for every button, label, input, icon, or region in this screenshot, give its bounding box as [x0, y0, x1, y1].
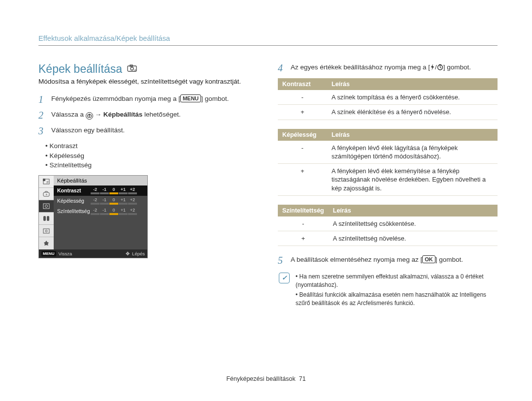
camera-row-ticks: -2-10+1+2 — [91, 208, 137, 215]
camera-menu-row: Képélesség -2-10+1+2 — [54, 196, 147, 206]
step-text: ] gombot. — [443, 63, 471, 71]
camera-menu-row: Színtelítettség -2-10+1+2 — [54, 206, 147, 216]
sidebar-icon — [39, 225, 54, 237]
sidebar-icon — [39, 213, 54, 225]
step-number: 1 — [38, 94, 48, 105]
svg-rect-6 — [89, 114, 90, 115]
svg-point-17 — [45, 230, 47, 232]
sidebar-icon — [39, 237, 54, 249]
camera-row-label: Színtelítettség — [57, 208, 91, 214]
step-5: 5 A beállítások elmentéséhez nyomja meg … — [278, 255, 498, 266]
step-text: Válasszon egy beállítást. — [51, 125, 258, 135]
th: Képélesség — [278, 129, 327, 141]
camera-menu-row: Kontraszt -2-10+1+2 — [54, 185, 147, 196]
footer-page-number: 71 — [299, 375, 306, 382]
svg-text:F: F — [47, 180, 49, 185]
camera-icon — [86, 112, 93, 120]
step-number: 5 — [278, 255, 288, 266]
ok-button-label: OK — [422, 255, 435, 263]
table-row: +A fényképen lévő élek keményítése a fén… — [278, 164, 498, 196]
breadcrumb: Effektusok alkalmazása/Képek beállítása — [38, 34, 498, 46]
table-row: +A színtelítettség növelése. — [278, 231, 498, 246]
camera-menu-footer: MENU Vissza ✥ Lépés — [39, 249, 147, 258]
svg-point-13 — [45, 205, 48, 207]
camera-row-label: Képélesség — [57, 198, 91, 204]
sidebar-icon: + — [39, 188, 54, 200]
th: Leírás — [327, 78, 498, 90]
camera-menu-title: Képbeállítás — [54, 176, 147, 185]
step-text: lehetőséget. — [142, 111, 180, 118]
step-1: 1 Fényképezés üzemmódban nyomja meg a [M… — [38, 94, 258, 105]
camera-row-label: Kontraszt — [57, 187, 91, 193]
footer-left-label: Vissza — [59, 251, 72, 256]
note-icon: ✓ — [279, 273, 290, 283]
step-text: ] gombot. — [435, 256, 463, 263]
step-number: 4 — [278, 62, 288, 73]
th: Leírás — [327, 129, 498, 141]
step-2: 2 Válassza a → Képbeállítás lehetőséget. — [38, 110, 258, 121]
step-4: 4 Az egyes értékek beállításához nyomja … — [278, 62, 498, 73]
svg-rect-14 — [43, 216, 46, 221]
sidebar-icon-selected — [39, 200, 54, 213]
page-title: Képek beállítása — [38, 62, 122, 76]
step-number: 2 — [38, 110, 48, 121]
step-text: ] gombot. — [201, 95, 229, 102]
sublist-item: Képélesség — [45, 151, 258, 161]
sharpness-table: KépélességLeírás -A fényképen lévő élek … — [278, 129, 498, 196]
step-text: Válassza a — [51, 111, 86, 118]
th: Kontraszt — [278, 78, 327, 90]
intro-text: Módosítsa a fényképek élességét, színtel… — [38, 77, 258, 86]
table-row: -A színtelítettség csökkentése. — [278, 216, 498, 231]
flash-icon — [430, 63, 435, 71]
svg-rect-16 — [43, 229, 49, 233]
svg-text:+: + — [45, 192, 48, 197]
step-number: 3 — [38, 125, 48, 136]
svg-point-5 — [89, 116, 90, 117]
footer-right-label: Lépés — [132, 251, 145, 256]
note-item: Beállítási funkciók alkalmazása esetén n… — [296, 291, 497, 308]
saturation-table: SzíntelítettségLeírás -A színtelítettség… — [278, 205, 498, 247]
step-text: Fényképezés üzemmódban nyomja meg a [ — [51, 95, 180, 102]
camera-sidebar: F + — [39, 176, 54, 249]
step-3: 3 Válasszon egy beállítást. — [38, 125, 258, 136]
timer-icon — [437, 63, 443, 71]
camera-menu-screenshot: F + Képbeállítás Kontraszt -2-10+1+2 — [38, 175, 148, 258]
step-bold: Képbeállítás — [103, 111, 143, 118]
sidebar-icon: F — [39, 176, 54, 188]
table-row: -A fényképen lévő élek lágyítása (a fény… — [278, 141, 498, 164]
svg-rect-15 — [47, 216, 49, 221]
footer-label: Fényképezési beállítások — [226, 375, 295, 382]
table-row: -A színek tompítása és a fényerő csökken… — [278, 90, 498, 105]
note-item: Ha nem szeretne semmilyen effektust alka… — [296, 273, 497, 289]
svg-rect-12 — [43, 204, 49, 209]
page-footer: Fényképezési beállítások 71 — [0, 375, 532, 382]
th: Leírás — [329, 205, 498, 216]
table-row: +A színek élénkítése és a fényerő növelé… — [278, 105, 498, 120]
menu-button-label: MENU — [180, 94, 201, 102]
nav-icon: ✥ — [126, 251, 130, 256]
step-text: A beállítások elmentéséhez nyomja meg az… — [291, 256, 422, 263]
camera-row-ticks: -2-10+1+2 — [91, 187, 137, 194]
note-block: ✓ Ha nem szeretne semmilyen effektust al… — [278, 271, 498, 310]
step-text: Az egyes értékek beállításához nyomja me… — [291, 63, 430, 71]
camera-row-ticks: -2-10+1+2 — [91, 197, 137, 205]
arrow-text: → — [93, 111, 103, 118]
sublist-item: Színtelítettség — [45, 160, 258, 170]
sublist-item: Kontraszt — [45, 141, 258, 151]
svg-rect-9 — [43, 179, 45, 181]
svg-point-2 — [131, 67, 133, 70]
th: Színtelítettség — [278, 205, 329, 216]
menu-key-icon: MENU — [41, 251, 56, 256]
camera-mode-icon: P — [127, 64, 137, 73]
contrast-table: KontrasztLeírás -A színek tompítása és a… — [278, 78, 498, 120]
